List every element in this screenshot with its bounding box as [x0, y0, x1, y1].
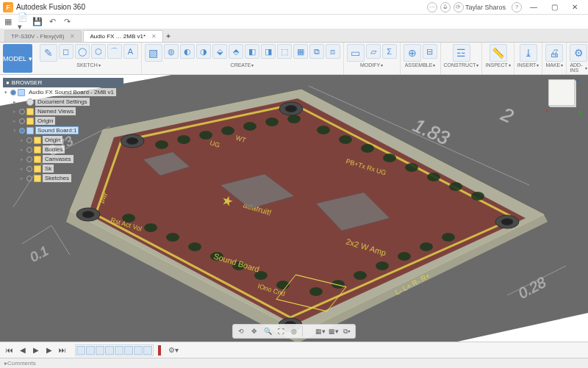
close-icon[interactable]: ✕ [151, 33, 157, 40]
viewports-icon[interactable]: ⧉▾ [342, 326, 352, 336]
timeline-settings-icon[interactable]: ⚙▾ [168, 345, 179, 356]
ribbon-label[interactable]: INSPECT▾ [485, 62, 510, 68]
ribbon-label[interactable]: SKETCH▾ [76, 62, 100, 68]
data-panel-icon[interactable]: ▦ [3, 17, 13, 27]
ribbon-label[interactable]: CONSTRUCT▾ [444, 62, 479, 68]
ribbon-label[interactable]: MAKE▾ [545, 62, 563, 68]
box-icon[interactable]: ⬚ [277, 44, 292, 59]
display-icon[interactable]: ▦▾ [315, 326, 326, 336]
navigation-bar: ⟲ ✥ 🔍 ⛶ ◎ ▦▾ ▩▾ ⧉▾ [232, 324, 356, 339]
extensions-icon[interactable]: ⋯ [427, 2, 437, 12]
tab-label: Audio FX … 2MB v1* [90, 33, 146, 40]
revolve-icon[interactable]: ◍ [164, 44, 179, 59]
ribbon-label[interactable]: INSERT▾ [517, 62, 539, 68]
timeline-end-button[interactable]: ⏭ [57, 345, 68, 356]
viewcube[interactable]: z x y [548, 79, 581, 112]
ribbon-label[interactable]: MODIFY▾ [360, 62, 383, 68]
timeline-back-button[interactable]: ◀ [18, 345, 28, 356]
timeline-step[interactable] [115, 346, 123, 355]
sketch-arc-icon[interactable]: ⌒ [107, 44, 122, 59]
tab-document-1[interactable]: TP-S30V - Flexy(v8) ✕ [4, 30, 82, 42]
browser-node[interactable]: ▸Sk [3, 164, 123, 173]
new-tab-button[interactable]: ＋ [165, 31, 172, 41]
close-button[interactable]: ✕ [564, 1, 585, 14]
torus-icon[interactable]: ⧈ [326, 44, 340, 59]
maximize-button[interactable]: ▢ [544, 1, 564, 14]
loft-icon[interactable]: ◑ [196, 44, 211, 59]
browser-node[interactable]: ▸Canvases [3, 154, 123, 164]
web-icon[interactable]: ⬘ [229, 44, 243, 59]
redo-icon[interactable]: ↷ [62, 17, 72, 27]
browser-node[interactable]: ▸Origin [3, 116, 123, 126]
browser-node[interactable]: ▸Bodies [3, 145, 123, 154]
pan-icon[interactable]: ✥ [249, 326, 259, 336]
joint-icon[interactable]: ⊕ [404, 44, 421, 62]
browser-node[interactable]: ▸Named Views [3, 107, 123, 116]
extrude-icon[interactable]: ▧ [145, 44, 162, 62]
timeline-start-button[interactable]: ⏮ [4, 345, 15, 356]
ribbon-label[interactable]: CREATE▾ [231, 62, 254, 68]
addins-icon[interactable]: ⚙ [570, 44, 587, 62]
timeline-step[interactable] [124, 346, 133, 355]
asbuilt-icon[interactable]: ⊟ [423, 44, 437, 59]
timeline-step[interactable] [143, 346, 152, 355]
cylinder-icon[interactable]: ▦ [293, 44, 308, 59]
app-logo: F [3, 2, 13, 12]
parameters-icon[interactable]: Σ [382, 44, 397, 59]
orbit-icon[interactable]: ⟲ [236, 326, 246, 336]
workspace-switcher[interactable]: MODEL ▾ [3, 44, 32, 73]
undo-icon[interactable]: ↶ [47, 17, 57, 27]
help-icon[interactable]: ? [512, 2, 522, 12]
file-menu-icon[interactable]: 📄▾ [18, 17, 28, 27]
timeline-step[interactable] [105, 346, 114, 355]
plane-icon[interactable]: ☲ [453, 44, 470, 62]
quick-access-bar: ▦ 📄▾ 💾 ↶ ↷ [0, 15, 588, 29]
notifications-icon[interactable]: 🕭 [440, 2, 451, 12]
comments-bar[interactable]: ▸ Comments [0, 358, 588, 368]
fit-icon[interactable]: ⛶ [276, 326, 286, 336]
insert-icon[interactable]: ⤓ [520, 44, 537, 62]
svg-point-50 [285, 106, 297, 112]
timeline-play-button[interactable]: ▶ [31, 345, 41, 356]
browser-node[interactable]: ▸Origin [3, 135, 123, 145]
sweep-icon[interactable]: ◐ [180, 44, 195, 59]
timeline-fwd-button[interactable]: ▶ [44, 345, 54, 356]
sketch-rectangle-icon[interactable]: ◻ [59, 44, 74, 59]
browser-node[interactable]: ▸Sketches [3, 173, 123, 183]
sketch-circle-icon[interactable]: ◯ [75, 44, 90, 59]
browser-node[interactable]: ▾Sound Board:1 [3, 126, 123, 135]
browser-root[interactable]: ▾ Audio FX Sound Board - 2MB v1 [3, 87, 123, 97]
minimize-button[interactable]: — [523, 1, 544, 14]
sketch-create-icon[interactable]: ✎ [40, 44, 57, 62]
browser-header[interactable]: ● BROWSER [3, 78, 123, 87]
timeline-step[interactable] [134, 346, 143, 355]
thread-icon[interactable]: ◨ [261, 44, 276, 59]
rib-icon[interactable]: ⬙ [212, 44, 227, 59]
print3d-icon[interactable]: 🖨 [545, 44, 563, 62]
timeline-step[interactable] [76, 346, 85, 355]
zoom-icon[interactable]: 🔍 [262, 326, 273, 336]
measure-icon[interactable]: 📏 [490, 44, 507, 62]
grid-icon[interactable]: ▩▾ [329, 326, 339, 336]
ribbon-group-modify: ▭ ▱ Σ MODIFY▾ [344, 43, 401, 74]
save-icon[interactable]: 💾 [32, 17, 43, 27]
timeline-step[interactable] [86, 346, 95, 355]
hole-icon[interactable]: ◧ [245, 44, 259, 59]
sketch-text-icon[interactable]: A [123, 44, 138, 59]
sphere-icon[interactable]: ⧉ [309, 44, 324, 59]
presspull-icon[interactable]: ▭ [347, 44, 365, 62]
sketch-polygon-icon[interactable]: ⬡ [91, 44, 106, 59]
timeline-track[interactable] [75, 344, 154, 356]
lookat-icon[interactable]: ◎ [289, 326, 299, 336]
jobstatus-icon[interactable]: ⟳ [453, 2, 464, 12]
user-name[interactable]: Taylar Sharos [465, 4, 506, 11]
timeline-marker[interactable] [158, 345, 161, 356]
timeline: ⏮ ◀ ▶ ▶ ⏭ ⚙▾ [0, 342, 588, 358]
fillet-icon[interactable]: ▱ [366, 44, 381, 59]
browser-node[interactable]: ▸Document Settings [3, 97, 123, 107]
ribbon-label[interactable]: ASSEMBLE▾ [405, 62, 436, 68]
timeline-step[interactable] [96, 346, 104, 355]
close-icon[interactable]: ✕ [70, 33, 75, 40]
tab-document-2[interactable]: Audio FX … 2MB v1* ✕ [83, 30, 163, 42]
ribbon-label[interactable]: ADD-INS▾ [570, 62, 587, 73]
